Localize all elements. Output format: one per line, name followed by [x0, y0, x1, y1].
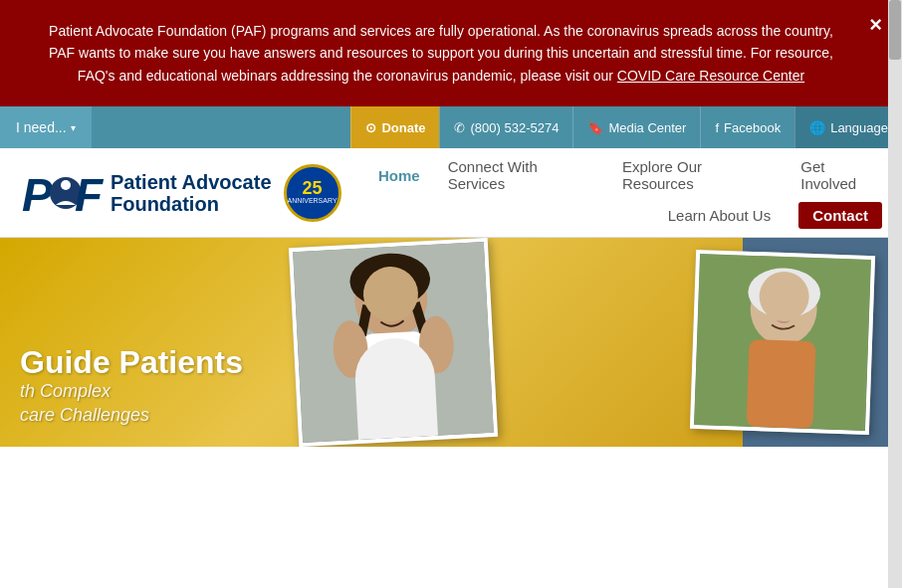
donate-button[interactable]: ⊙ Donate — [350, 106, 439, 148]
logo-text: Patient Advocate Foundation — [111, 171, 272, 215]
nav-learn-about-us[interactable]: Learn About Us — [668, 205, 771, 226]
svg-point-19 — [770, 308, 776, 314]
elder-photo-bg — [694, 254, 871, 431]
i-need-arrow-icon: ▾ — [71, 122, 76, 133]
anniversary-number: 25 — [303, 179, 323, 197]
phone-icon: ✆ — [454, 120, 465, 135]
main-nav-top-row: Home Connect With Services Explore Our R… — [378, 156, 882, 194]
nav-get-involved[interactable]: Get Involved — [800, 156, 882, 194]
svg-rect-5 — [293, 242, 494, 443]
hero-title: Guide Patients — [20, 345, 259, 380]
hero-subtitle-line1: th Complex — [20, 380, 259, 403]
top-nav-bar: I need... ▾ ⊙ Donate ✆ (800) 532-5274 🔖 … — [0, 106, 902, 148]
alert-text: Patient Advocate Foundation (PAF) progra… — [49, 23, 833, 84]
main-navigation: Home Connect With Services Explore Our R… — [378, 156, 882, 229]
nav-explore-resources[interactable]: Explore Our Resources — [622, 156, 773, 194]
hero-content: Guide Patients th Complex care Challenge… — [0, 238, 279, 447]
main-header: P F Patient Advocate Foundation 25 ANNIV… — [0, 148, 902, 238]
donate-icon: ⊙ — [365, 120, 376, 135]
svg-text:P: P — [22, 169, 53, 221]
svg-rect-10 — [362, 331, 429, 440]
hero-subtitle-line2: care Challenges — [20, 404, 259, 427]
main-nav-bottom-row: Learn About Us Contact — [668, 202, 882, 229]
hero-photos — [284, 238, 902, 447]
paf-logo-svg[interactable]: P F — [20, 163, 105, 223]
child-photo-bg — [293, 242, 494, 443]
svg-point-3 — [61, 180, 71, 190]
logo-area: P F Patient Advocate Foundation 25 ANNIV… — [20, 163, 378, 223]
svg-point-11 — [375, 300, 383, 308]
alert-banner: Patient Advocate Foundation (PAF) progra… — [0, 0, 902, 106]
anniversary-text: ANNIVERSARY — [288, 197, 338, 205]
media-icon: 🔖 — [587, 120, 603, 135]
covid-care-link[interactable]: COVID Care Resource Center — [617, 68, 804, 84]
anniversary-badge: 25 ANNIVERSARY — [284, 164, 341, 222]
svg-point-20 — [792, 309, 798, 315]
svg-text:F: F — [75, 169, 105, 221]
hero-section: Guide Patients th Complex care Challenge… — [0, 238, 902, 447]
svg-rect-18 — [747, 339, 816, 429]
top-nav-items: ⊙ Donate ✆ (800) 532-5274 🔖 Media Center… — [350, 106, 902, 148]
scrollbar-thumb[interactable] — [889, 0, 901, 60]
scrollbar[interactable] — [888, 0, 902, 447]
hero-photo-elder — [690, 250, 875, 435]
phone-link[interactable]: ✆ (800) 532-5274 — [439, 106, 572, 148]
globe-icon: 🌐 — [809, 120, 825, 135]
nav-contact[interactable]: Contact — [798, 202, 882, 229]
hero-photo-child — [289, 238, 498, 447]
logo-line2: Foundation — [111, 193, 272, 215]
nav-connect-with-services[interactable]: Connect With Services — [448, 156, 594, 194]
i-need-menu[interactable]: I need... ▾ — [0, 106, 92, 148]
facebook-icon: f — [715, 120, 719, 135]
logo-line1: Patient Advocate — [111, 171, 272, 193]
alert-close-button[interactable]: × — [869, 12, 882, 38]
i-need-label: I need... — [16, 119, 67, 135]
facebook-link[interactable]: f Facebook — [700, 106, 794, 148]
media-center-link[interactable]: 🔖 Media Center — [572, 106, 700, 148]
svg-point-12 — [398, 299, 406, 307]
nav-home[interactable]: Home — [378, 165, 420, 186]
language-selector[interactable]: 🌐 Language — [794, 106, 902, 148]
